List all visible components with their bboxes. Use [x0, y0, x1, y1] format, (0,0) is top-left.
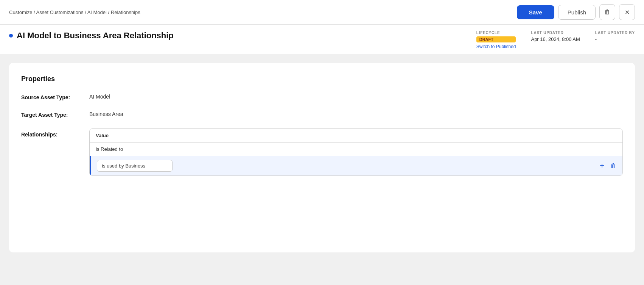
last-updated-value: Apr 16, 2024, 8:00 AM — [531, 36, 580, 42]
draft-badge: DRAFT — [476, 36, 516, 42]
delete-button[interactable]: 🗑 — [599, 4, 615, 20]
page-title: AI Model to Business Area Relationship — [17, 31, 174, 41]
source-asset-type-value: AI Model — [89, 94, 110, 100]
trash-icon-row: 🗑 — [610, 163, 616, 169]
top-bar: Customize / Asset Customizations / AI Mo… — [0, 0, 644, 25]
card-title: Properties — [21, 75, 623, 83]
table-row-active: + 🗑 — [90, 156, 622, 175]
plus-icon: + — [600, 161, 604, 170]
title-dot — [9, 34, 13, 38]
last-updated-block: LAST UPDATED Apr 16, 2024, 8:00 AM — [531, 31, 580, 42]
lifecycle-block: LIFECYCLE DRAFT Switch to Published — [476, 31, 516, 49]
publish-button[interactable]: Publish — [558, 5, 596, 20]
source-asset-type-label: Source Asset Type: — [21, 94, 89, 100]
switch-to-published-link[interactable]: Switch to Published — [476, 44, 516, 49]
relationships-row: Relationships: * ? Value is Related to +… — [21, 128, 623, 176]
rel-actions: + 🗑 — [600, 161, 616, 170]
delete-relationship-button[interactable]: 🗑 — [610, 163, 616, 169]
last-updated-label: LAST UPDATED — [531, 31, 580, 35]
target-asset-type-label: Target Asset Type: — [21, 111, 89, 118]
top-bar-actions: Save Publish 🗑 ✕ — [517, 4, 635, 20]
last-updated-by-block: LAST UPDATED BY - — [595, 31, 635, 42]
target-asset-type-row: Target Asset Type: Business Area — [21, 111, 623, 118]
page-title-row: AI Model to Business Area Relationship — [9, 31, 174, 41]
breadcrumb: Customize / Asset Customizations / AI Mo… — [9, 9, 140, 15]
close-button[interactable]: ✕ — [619, 4, 635, 20]
trash-icon: 🗑 — [604, 9, 610, 16]
last-updated-by-label: LAST UPDATED BY — [595, 31, 635, 35]
table-header: Value — [90, 129, 622, 142]
breadcrumb-text: Customize / Asset Customizations / AI Mo… — [9, 9, 140, 15]
target-asset-type-value: Business Area — [89, 111, 123, 117]
source-asset-type-row: Source Asset Type: AI Model — [21, 94, 623, 100]
meta-row: LIFECYCLE DRAFT Switch to Published LAST… — [476, 31, 635, 49]
add-relationship-button[interactable]: + — [600, 161, 604, 170]
last-updated-by-value: - — [595, 36, 635, 42]
main-content: Properties Source Asset Type: AI Model T… — [0, 54, 644, 262]
save-button[interactable]: Save — [517, 5, 554, 19]
table-row-static: is Related to — [90, 142, 622, 156]
lifecycle-label: LIFECYCLE — [476, 31, 516, 35]
title-area: AI Model to Business Area Relationship L… — [0, 25, 644, 54]
relationships-table: Value is Related to + 🗑 — [89, 128, 623, 176]
relationship-value-input[interactable] — [97, 160, 173, 172]
close-icon: ✕ — [625, 9, 630, 16]
properties-card: Properties Source Asset Type: AI Model T… — [9, 63, 635, 252]
relationships-label-block: Relationships: * ? — [21, 128, 89, 138]
relationships-label: Relationships: — [21, 131, 89, 138]
